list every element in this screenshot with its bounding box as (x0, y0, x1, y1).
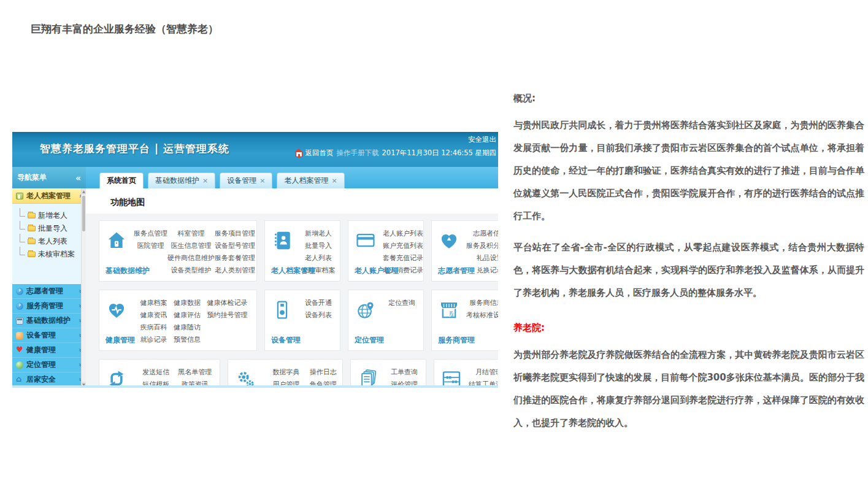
card-title-link[interactable]: 设备管理 (271, 335, 301, 345)
card-link-新增老人[interactable]: 新增老人 (302, 228, 336, 240)
card-links: 设备开通设备列表 (299, 290, 340, 350)
card-title-link[interactable]: 健康管理 (106, 335, 135, 345)
card-link-就诊记录[interactable]: 就诊记录 (140, 334, 167, 346)
card-link-老人账户列表[interactable]: 老人账户列表 (383, 228, 423, 240)
card-link-设备开通[interactable]: 设备开通 (305, 297, 332, 309)
card-link-健康体检记录[interactable]: 健康体检记录 (207, 297, 248, 309)
sidebar-item-label: 老人档案管理 (26, 191, 71, 201)
scroll-up-icon[interactable]: ▲ (82, 188, 86, 195)
card-links: 定位查询 (383, 290, 423, 350)
card-link-账户充值列表[interactable]: 账户充值列表 (383, 240, 423, 252)
card-title-link[interactable]: 定位管理 (355, 335, 384, 345)
tab-设备管理[interactable]: 设备管理× (220, 172, 272, 188)
sidebar-item-设备管理[interactable]: 设备管理» (12, 328, 86, 343)
card-link-设备类型维护[interactable]: 设备类型维护 (167, 264, 215, 277)
card-link-批量导入[interactable]: 批量导入 (302, 240, 336, 252)
card-link-操作日志[interactable]: 操作日志 (310, 366, 337, 379)
card-link-工单查询[interactable]: 工单查询 (391, 366, 418, 379)
card-link-服务套餐管理[interactable]: 服务套餐管理 (215, 252, 255, 264)
gears-icon (228, 360, 263, 388)
card-sync-arrows-icon: 发送短信短信模板知识库管理黑名单管理政策资讯发送记录 (99, 359, 220, 388)
sidebar-item-基础数据维护[interactable]: 基础数据维护» (12, 314, 86, 328)
tab-老人档案管理[interactable]: 老人档案管理× (277, 172, 344, 188)
scrollbar-thumb[interactable] (82, 196, 85, 231)
card-link-column: 月结管理结算工单流水 (469, 366, 498, 388)
card-link-老人列表[interactable]: 老人列表 (302, 252, 336, 264)
card-link-考核标准设置[interactable]: 考核标准设置 (466, 309, 498, 322)
card-link-套餐充值记录[interactable]: 套餐充值记录 (383, 252, 423, 264)
sidebar: 老人档案管理»新增老人批量导入老人列表未核审档案志愿者管理»服务商管理»基础数据… (12, 188, 86, 388)
card-link-健康随访[interactable]: 健康随访 (174, 322, 201, 334)
submenu-item-老人列表[interactable]: 老人列表 (20, 235, 86, 248)
sidebar-item-定位管理[interactable]: 定位管理» (12, 358, 86, 372)
card-link-健康评估[interactable]: 健康评估 (174, 309, 201, 322)
card-link-服务商信息[interactable]: 服务商信息 (466, 297, 498, 309)
card-link-发送短信[interactable]: 发送短信 (139, 366, 173, 379)
card-link-志愿者信息[interactable]: 志愿者信息 (466, 228, 498, 240)
tab-close-icon[interactable]: × (259, 177, 265, 185)
card-links: 工单查询评价管理投诉管理 (385, 360, 426, 388)
card-link-健康资讯[interactable]: 健康资讯 (140, 309, 167, 322)
data-panel-icon (16, 317, 23, 325)
card-link-column: 健康数据健康评估健康随访预警信息 (174, 297, 201, 350)
card-link-健康档案[interactable]: 健康档案 (140, 297, 167, 309)
blue-home-icon (16, 376, 23, 384)
card-服务商管理: 服务商信息考核标准设置服务商管理 (431, 290, 498, 351)
card-link-服务项目管理[interactable]: 服务项目管理 (215, 228, 255, 240)
card-link-定位查询[interactable]: 定位查询 (388, 297, 415, 309)
card-link-健康数据[interactable]: 健康数据 (174, 297, 201, 309)
book-icon (16, 193, 23, 199)
card-title-link[interactable]: 服务商管理 (438, 335, 475, 345)
manual-download-link[interactable]: 操作手册下载 (337, 148, 379, 158)
sidebar-item-服务商管理[interactable]: 服务商管理» (12, 299, 86, 314)
cards-row: 发送短信短信模板知识库管理黑名单管理政策资讯发送记录数据字典用户管理老人账号管理… (99, 359, 498, 388)
card-link-硬件商信息维护[interactable]: 硬件商信息维护 (167, 252, 215, 264)
card-link-老人类别管理[interactable]: 老人类别管理 (215, 264, 255, 277)
tab-基础数据维护[interactable]: 基础数据维护× (148, 172, 215, 188)
card-link-黑名单管理[interactable]: 黑名单管理 (178, 366, 212, 379)
sidebar-item-老人档案管理[interactable]: 老人档案管理» (12, 188, 86, 204)
sidebar-scrollbar[interactable]: ▲ ▼ (81, 188, 86, 388)
sidebar-item-健康管理[interactable]: 健康管理» (12, 343, 86, 358)
card-link-预警信息[interactable]: 预警信息 (174, 334, 201, 346)
abacus-icon (434, 360, 469, 388)
submenu-item-批量导入[interactable]: 批量导入 (20, 222, 86, 235)
page-title: 巨翔有丰富的企业服务经验（智慧养老） (31, 22, 218, 36)
card-link-服务及积分设置[interactable]: 服务及积分设置 (466, 240, 498, 252)
submenu-item-新增老人[interactable]: 新增老人 (20, 209, 86, 222)
overview-paragraph-1: 与贵州民政厅共同成长，着力于贵州将医养结合落实到社区及家庭，为贵州的医养集合发展… (513, 114, 864, 228)
sidebar-item-label: 基础数据维护 (26, 315, 71, 326)
tab-系统首页[interactable]: 系统首页 (99, 172, 144, 188)
card-title-link[interactable]: 老人档案管理 (271, 266, 315, 276)
card-link-设备列表[interactable]: 设备列表 (305, 309, 332, 322)
tree-line (20, 221, 25, 230)
card-link-月结管理[interactable]: 月结管理 (469, 366, 498, 379)
card-links: 健康档案健康资讯疾病百科就诊记录健康数据健康评估健康随访预警信息健康体检记录预约… (134, 290, 256, 350)
card-link-医院管理[interactable]: 医院管理 (134, 240, 167, 252)
card-title-link[interactable]: 志愿者管理 (438, 266, 475, 276)
card-link-column: 黑名单管理政策资讯发送记录 (178, 366, 212, 388)
tab-close-icon[interactable]: × (202, 177, 208, 185)
card-title-link[interactable]: 基础数据维护 (106, 266, 150, 276)
submenu-item-label: 老人列表 (38, 236, 67, 247)
card-link-医生信息管理[interactable]: 医生信息管理 (167, 240, 215, 252)
logout-link[interactable]: 安全退出 (468, 135, 496, 144)
card-link-设备型号管理[interactable]: 设备型号管理 (215, 240, 255, 252)
card-link-数据字典[interactable]: 数据字典 (266, 366, 306, 379)
home-link[interactable]: 返回首页 (305, 148, 334, 158)
sidebar-item-志愿者管理[interactable]: 志愿者管理» (12, 284, 86, 299)
datetime-label: 2017年11月30日 12:46:55 星期四 (382, 148, 497, 158)
card-link-疾病百科[interactable]: 疾病百科 (140, 322, 167, 334)
submenu-item-未核审档案[interactable]: 未核审档案 (20, 248, 86, 261)
nav-menu-header: 导航菜单 « (12, 167, 86, 188)
card-link-预约挂号管理[interactable]: 预约挂号管理 (207, 309, 248, 322)
function-map: 服务点管理医院管理科室管理医生信息管理硬件商信息维护设备类型维护服务项目管理设备… (86, 214, 498, 388)
tab-close-icon[interactable]: × (331, 177, 337, 185)
card-title-link[interactable]: 老人账户管理 (355, 266, 399, 276)
card-link-科室管理[interactable]: 科室管理 (167, 228, 215, 240)
card-link-服务点管理[interactable]: 服务点管理 (134, 228, 167, 240)
card-link-column: 健康档案健康资讯疾病百科就诊记录 (140, 297, 167, 350)
collapse-sidebar-icon[interactable]: « (75, 173, 81, 183)
card-link-礼品设置[interactable]: 礼品设置 (466, 252, 498, 264)
overview-heading: 概况: (513, 91, 864, 106)
